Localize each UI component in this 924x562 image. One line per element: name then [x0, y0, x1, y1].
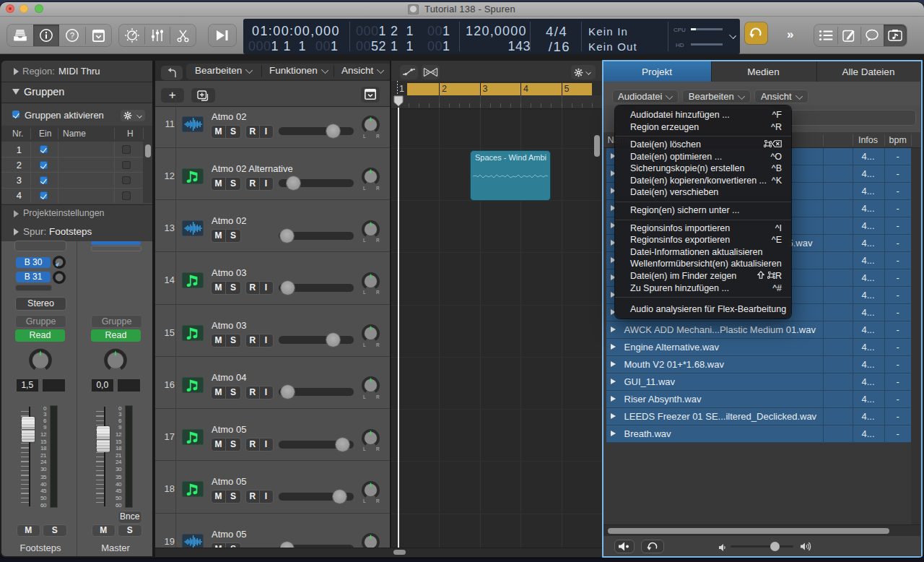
- svg-text:?: ?: [70, 31, 74, 40]
